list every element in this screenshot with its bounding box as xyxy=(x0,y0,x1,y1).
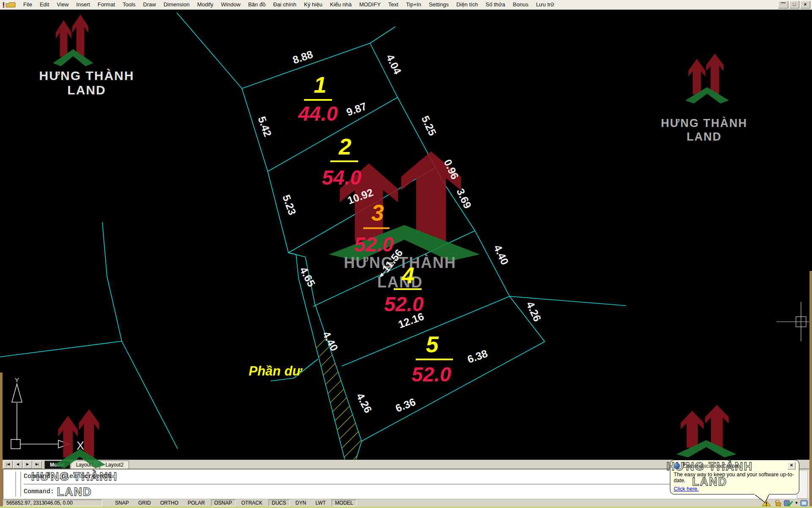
menu-item-window[interactable]: Window xyxy=(217,0,244,9)
popup-link[interactable]: Click here. xyxy=(674,486,699,492)
toggle-snap[interactable]: SNAP xyxy=(112,500,132,506)
menu-item-tools[interactable]: Tools xyxy=(119,0,139,9)
menu-item-i-ch-nh[interactable]: Đại chính xyxy=(269,0,300,9)
road-edge-west-2[interactable] xyxy=(0,341,122,357)
close-glyph: × xyxy=(804,2,807,7)
menu-item-settings[interactable]: Settings xyxy=(425,0,453,9)
tab-nav-button-0[interactable]: |◀ xyxy=(3,461,13,469)
south-boundary[interactable] xyxy=(362,342,545,441)
desktop-edge-bottom xyxy=(0,506,812,508)
menu-bar: FileEditViewInsertFormatToolsDrawDimensi… xyxy=(0,0,812,10)
north-boundary[interactable] xyxy=(242,27,395,88)
menu-item-b-n[interactable]: Bản đồ xyxy=(244,0,269,9)
strip-left-edge[interactable] xyxy=(296,254,345,459)
menu-item-format[interactable]: Format xyxy=(94,0,119,9)
divider-parcel-1-2[interactable] xyxy=(268,97,398,171)
popup-title: Communication Center xyxy=(683,463,739,469)
remainder-leader[interactable] xyxy=(271,359,318,381)
ucs-icon: Y X xyxy=(11,376,84,452)
toggle-osnap[interactable]: OSNAP xyxy=(211,500,236,506)
restore-button[interactable]: □ xyxy=(789,1,799,8)
divider-parcel-3-4[interactable] xyxy=(313,231,475,306)
menu-item-dimension[interactable]: Dimension xyxy=(160,0,193,9)
toggle-otrack[interactable]: OTRACK xyxy=(238,500,266,506)
minimize-glyph: — xyxy=(781,0,786,6)
popup-tail xyxy=(753,494,771,504)
menu-item-l-u-tr[interactable]: Lưu trữ xyxy=(532,0,558,9)
app-icon-graphic xyxy=(3,1,17,8)
tab-model[interactable]: Model xyxy=(44,461,70,469)
road-edge-northwest[interactable] xyxy=(177,13,242,88)
app-icon[interactable] xyxy=(3,1,17,8)
minimize-button[interactable]: — xyxy=(778,1,788,8)
menu-item-file[interactable]: File xyxy=(19,0,36,9)
command-prompt[interactable]: Command: xyxy=(24,488,54,495)
menu-item-di-n-t-ch[interactable]: Diện tích xyxy=(453,0,482,9)
menu-item-insert[interactable]: Insert xyxy=(72,0,94,9)
ucs-y-label: Y xyxy=(15,376,19,384)
window-controls: — □ × xyxy=(778,1,812,8)
road-edge-east[interactable] xyxy=(510,296,626,306)
coordinate-readout[interactable]: 565852.97, 2313046.05, 0.00 xyxy=(3,500,102,506)
toggle-ortho[interactable]: ORTHO xyxy=(157,500,182,506)
dimension-leader[interactable] xyxy=(381,258,397,276)
close-button[interactable]: × xyxy=(800,1,810,8)
menu-item-text[interactable]: Text xyxy=(384,0,402,9)
toggle-dyn[interactable]: DYN xyxy=(292,500,310,506)
update-check-icon[interactable] xyxy=(784,500,793,506)
remainder-hatch[interactable] xyxy=(178,233,812,487)
popup-close-button[interactable]: × xyxy=(787,462,796,469)
road-edge-west-1[interactable] xyxy=(102,222,178,449)
drawing-entities: Y X xyxy=(0,0,812,508)
menu-item-tip-in[interactable]: Tip+In xyxy=(402,0,425,9)
toggle-polar[interactable]: POLAR xyxy=(184,500,208,506)
command-window-grip[interactable] xyxy=(15,472,21,497)
status-bar: 565852.97, 2313046.05, 0.00 SNAPGRIDORTH… xyxy=(0,500,812,506)
popup-header: Communication Center × xyxy=(674,462,796,469)
popup-body: The easy way to keep you and your softwa… xyxy=(674,472,796,483)
ucs-x-label: X xyxy=(77,439,84,452)
menu-item-bonus[interactable]: Bonus xyxy=(509,0,532,9)
communication-center-icon xyxy=(674,463,680,469)
tab-nav-buttons: |◀◀▶▶| xyxy=(3,461,42,469)
strip-top-edge[interactable] xyxy=(288,253,305,257)
crosshair-cursor[interactable] xyxy=(776,302,809,341)
divider-parcel-4-5[interactable] xyxy=(342,296,510,366)
menu-items: FileEditViewInsertFormatToolsDrawDimensi… xyxy=(19,0,558,9)
menu-item-edit[interactable]: Edit xyxy=(36,0,53,9)
toggle-model[interactable]: MODEL xyxy=(332,500,357,506)
chevron-down-icon[interactable]: ▼ xyxy=(795,501,798,505)
desktop-edge-left xyxy=(0,373,3,508)
tab-nav-button-1[interactable]: ◀ xyxy=(13,461,22,469)
tab-layout1[interactable]: Layout1 xyxy=(71,461,100,469)
menu-item-ki-u-nh[interactable]: Kiểu nhà xyxy=(326,0,355,9)
status-toggles: SNAPGRIDORTHOPOLAROSNAPOTRACKDUCSDYNLWTM… xyxy=(112,500,357,506)
tab-layout2[interactable]: Layout2 xyxy=(100,461,129,469)
toggle-ducs[interactable]: DUCS xyxy=(269,500,290,506)
menu-item-k-hi-u[interactable]: Ký hiệu xyxy=(300,0,326,9)
communication-center-popup: Communication Center × The easy way to k… xyxy=(670,460,799,494)
menu-item-modify[interactable]: MODIFY xyxy=(356,0,385,9)
menu-item-s-th-a[interactable]: Số thửa xyxy=(482,0,509,9)
command-history-line: Command: _cleanScreenON xyxy=(24,473,111,480)
autocad-window: FileEditViewInsertFormatToolsDrawDimensi… xyxy=(0,0,812,508)
menu-item-modify[interactable]: Modify xyxy=(193,0,217,9)
desktop-edge-right xyxy=(809,271,812,508)
west-boundary[interactable] xyxy=(242,88,296,254)
divider-parcel-2-3[interactable] xyxy=(288,168,436,253)
toggle-lwt[interactable]: LWT xyxy=(312,500,329,506)
restore-glyph: □ xyxy=(793,2,796,7)
menu-item-view[interactable]: View xyxy=(53,0,72,9)
tab-nav-button-3[interactable]: ▶| xyxy=(33,461,42,469)
menu-item-draw[interactable]: Draw xyxy=(139,0,159,9)
toggle-grid[interactable]: GRID xyxy=(135,500,154,506)
clean-screen-icon[interactable] xyxy=(800,500,808,506)
tab-nav-button-2[interactable]: ▶ xyxy=(23,461,32,469)
layout-tabs: ModelLayout1Layout2 xyxy=(44,461,129,469)
lock-icon[interactable] xyxy=(774,500,782,506)
